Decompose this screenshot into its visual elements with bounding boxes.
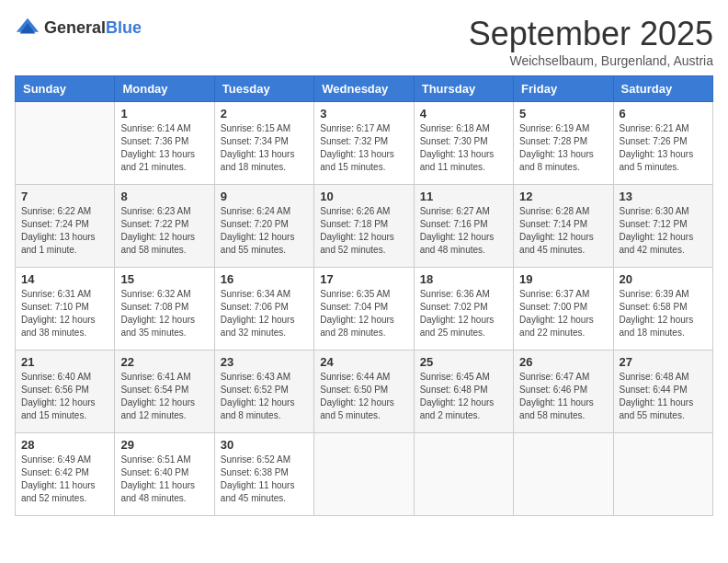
calendar-week-row: 7Sunrise: 6:22 AM Sunset: 7:24 PM Daylig… <box>16 185 713 268</box>
calendar-body: 1Sunrise: 6:14 AM Sunset: 7:36 PM Daylig… <box>16 102 713 516</box>
day-number: 10 <box>320 190 407 203</box>
day-number: 4 <box>420 107 507 121</box>
day-info: Sunrise: 6:51 AM Sunset: 6:40 PM Dayligh… <box>120 454 208 505</box>
calendar-day-cell: 12Sunrise: 6:28 AM Sunset: 7:14 PM Dayli… <box>514 185 613 268</box>
calendar-day-cell <box>314 433 414 516</box>
calendar-day-cell <box>414 433 513 516</box>
day-number: 30 <box>221 438 308 452</box>
day-number: 2 <box>221 107 308 121</box>
day-number: 26 <box>519 355 607 369</box>
day-info: Sunrise: 6:52 AM Sunset: 6:38 PM Dayligh… <box>221 454 308 505</box>
calendar-day-cell: 11Sunrise: 6:27 AM Sunset: 7:16 PM Dayli… <box>414 185 513 268</box>
day-number: 5 <box>519 107 607 121</box>
day-info: Sunrise: 6:30 AM Sunset: 7:12 PM Dayligh… <box>620 205 707 257</box>
calendar-day-cell: 3Sunrise: 6:17 AM Sunset: 7:32 PM Daylig… <box>314 102 414 185</box>
calendar-day-cell: 8Sunrise: 6:23 AM Sunset: 7:22 PM Daylig… <box>115 185 214 268</box>
day-info: Sunrise: 6:17 AM Sunset: 7:32 PM Dayligh… <box>320 122 407 174</box>
day-number: 11 <box>420 190 507 203</box>
day-number: 20 <box>620 272 707 286</box>
day-number: 22 <box>120 355 208 369</box>
day-info: Sunrise: 6:36 AM Sunset: 7:02 PM Dayligh… <box>420 288 507 339</box>
day-number: 18 <box>420 272 507 286</box>
calendar-day-cell: 4Sunrise: 6:18 AM Sunset: 7:30 PM Daylig… <box>414 102 513 185</box>
calendar-day-cell <box>16 102 115 185</box>
calendar-week-row: 14Sunrise: 6:31 AM Sunset: 7:10 PM Dayli… <box>16 268 713 350</box>
calendar-day-cell <box>613 433 712 516</box>
calendar-header-cell: Saturday <box>613 76 712 102</box>
title-block: September 2025 Weichselbaum, Burgenland,… <box>469 15 713 68</box>
day-info: Sunrise: 6:47 AM Sunset: 6:46 PM Dayligh… <box>519 371 607 422</box>
day-number: 19 <box>519 272 607 286</box>
calendar-day-cell: 21Sunrise: 6:40 AM Sunset: 6:56 PM Dayli… <box>16 350 115 433</box>
calendar-header-cell: Tuesday <box>214 76 313 102</box>
calendar-header-cell: Monday <box>115 76 214 102</box>
day-number: 3 <box>320 107 407 121</box>
day-info: Sunrise: 6:24 AM Sunset: 7:20 PM Dayligh… <box>221 205 308 257</box>
day-number: 28 <box>21 438 108 452</box>
calendar-header-cell: Sunday <box>16 76 115 102</box>
calendar-day-cell: 18Sunrise: 6:36 AM Sunset: 7:02 PM Dayli… <box>414 268 513 350</box>
day-number: 14 <box>21 272 108 286</box>
calendar-header-cell: Friday <box>514 76 613 102</box>
month-title: September 2025 <box>469 15 713 53</box>
day-number: 13 <box>620 190 707 203</box>
day-info: Sunrise: 6:40 AM Sunset: 6:56 PM Dayligh… <box>21 371 108 422</box>
day-info: Sunrise: 6:19 AM Sunset: 7:28 PM Dayligh… <box>519 122 607 174</box>
calendar-day-cell: 14Sunrise: 6:31 AM Sunset: 7:10 PM Dayli… <box>16 268 115 350</box>
calendar-day-cell: 20Sunrise: 6:39 AM Sunset: 6:58 PM Dayli… <box>613 268 712 350</box>
calendar-header-cell: Wednesday <box>314 76 414 102</box>
calendar-table: SundayMondayTuesdayWednesdayThursdayFrid… <box>15 75 713 516</box>
day-info: Sunrise: 6:31 AM Sunset: 7:10 PM Dayligh… <box>21 288 108 339</box>
day-number: 25 <box>420 355 507 369</box>
day-info: Sunrise: 6:22 AM Sunset: 7:24 PM Dayligh… <box>21 205 108 257</box>
calendar-day-cell: 7Sunrise: 6:22 AM Sunset: 7:24 PM Daylig… <box>16 185 115 268</box>
day-number: 23 <box>221 355 308 369</box>
calendar-day-cell: 1Sunrise: 6:14 AM Sunset: 7:36 PM Daylig… <box>115 102 214 185</box>
calendar-day-cell: 24Sunrise: 6:44 AM Sunset: 6:50 PM Dayli… <box>314 350 414 433</box>
day-info: Sunrise: 6:28 AM Sunset: 7:14 PM Dayligh… <box>519 205 607 257</box>
day-number: 16 <box>221 272 308 286</box>
page-header: GeneralBlue September 2025 Weichselbaum,… <box>15 15 713 68</box>
day-number: 12 <box>519 190 607 203</box>
logo: GeneralBlue <box>15 15 142 40</box>
day-number: 1 <box>120 107 208 121</box>
day-info: Sunrise: 6:44 AM Sunset: 6:50 PM Dayligh… <box>320 371 407 422</box>
day-info: Sunrise: 6:49 AM Sunset: 6:42 PM Dayligh… <box>21 454 108 505</box>
calendar-day-cell: 19Sunrise: 6:37 AM Sunset: 7:00 PM Dayli… <box>514 268 613 350</box>
calendar-day-cell: 22Sunrise: 6:41 AM Sunset: 6:54 PM Dayli… <box>115 350 214 433</box>
calendar-day-cell: 25Sunrise: 6:45 AM Sunset: 6:48 PM Dayli… <box>414 350 513 433</box>
calendar-week-row: 28Sunrise: 6:49 AM Sunset: 6:42 PM Dayli… <box>16 433 713 516</box>
day-number: 21 <box>21 355 108 369</box>
day-number: 24 <box>320 355 407 369</box>
day-number: 7 <box>21 190 108 203</box>
calendar-header-row: SundayMondayTuesdayWednesdayThursdayFrid… <box>16 76 713 102</box>
day-info: Sunrise: 6:34 AM Sunset: 7:06 PM Dayligh… <box>221 288 308 339</box>
calendar-day-cell: 28Sunrise: 6:49 AM Sunset: 6:42 PM Dayli… <box>16 433 115 516</box>
calendar-day-cell: 23Sunrise: 6:43 AM Sunset: 6:52 PM Dayli… <box>214 350 313 433</box>
calendar-week-row: 21Sunrise: 6:40 AM Sunset: 6:56 PM Dayli… <box>16 350 713 433</box>
calendar-day-cell: 17Sunrise: 6:35 AM Sunset: 7:04 PM Dayli… <box>314 268 414 350</box>
calendar-day-cell: 30Sunrise: 6:52 AM Sunset: 6:38 PM Dayli… <box>214 433 313 516</box>
day-info: Sunrise: 6:45 AM Sunset: 6:48 PM Dayligh… <box>420 371 507 422</box>
day-info: Sunrise: 6:21 AM Sunset: 7:26 PM Dayligh… <box>620 122 707 174</box>
day-info: Sunrise: 6:43 AM Sunset: 6:52 PM Dayligh… <box>221 371 308 422</box>
day-info: Sunrise: 6:18 AM Sunset: 7:30 PM Dayligh… <box>420 122 507 174</box>
calendar-day-cell: 9Sunrise: 6:24 AM Sunset: 7:20 PM Daylig… <box>214 185 313 268</box>
calendar-day-cell: 26Sunrise: 6:47 AM Sunset: 6:46 PM Dayli… <box>514 350 613 433</box>
calendar-day-cell: 5Sunrise: 6:19 AM Sunset: 7:28 PM Daylig… <box>514 102 613 185</box>
day-number: 17 <box>320 272 407 286</box>
calendar-header-cell: Thursday <box>414 76 513 102</box>
day-info: Sunrise: 6:35 AM Sunset: 7:04 PM Dayligh… <box>320 288 407 339</box>
calendar-day-cell: 27Sunrise: 6:48 AM Sunset: 6:44 PM Dayli… <box>613 350 712 433</box>
day-info: Sunrise: 6:41 AM Sunset: 6:54 PM Dayligh… <box>120 371 208 422</box>
logo-general: GeneralBlue <box>44 19 142 37</box>
day-number: 8 <box>120 190 208 203</box>
calendar-day-cell: 6Sunrise: 6:21 AM Sunset: 7:26 PM Daylig… <box>613 102 712 185</box>
day-info: Sunrise: 6:14 AM Sunset: 7:36 PM Dayligh… <box>120 122 208 174</box>
calendar-day-cell: 10Sunrise: 6:26 AM Sunset: 7:18 PM Dayli… <box>314 185 414 268</box>
day-info: Sunrise: 6:32 AM Sunset: 7:08 PM Dayligh… <box>120 288 208 339</box>
day-number: 27 <box>620 355 707 369</box>
calendar-day-cell: 2Sunrise: 6:15 AM Sunset: 7:34 PM Daylig… <box>214 102 313 185</box>
day-info: Sunrise: 6:37 AM Sunset: 7:00 PM Dayligh… <box>519 288 607 339</box>
day-number: 15 <box>120 272 208 286</box>
